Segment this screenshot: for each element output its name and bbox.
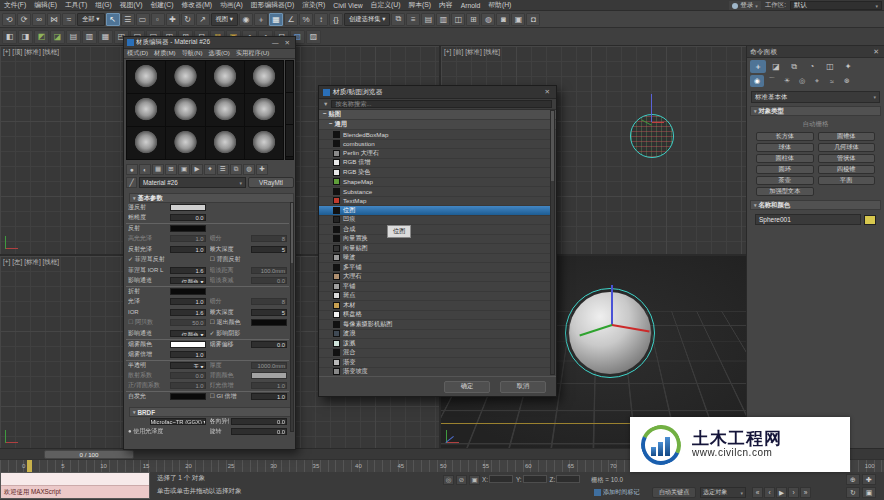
map-item[interactable]: 混合: [319, 349, 552, 359]
selection-lock-icon[interactable]: ⊘: [456, 475, 467, 485]
menu-item[interactable]: 脚本(S): [404, 0, 435, 10]
map-item[interactable]: 泼溅: [319, 339, 552, 349]
map-item[interactable]: 向量贴图: [319, 244, 552, 254]
reference-coordinate-dropdown[interactable]: 视图 ▾: [211, 13, 239, 26]
subtab-cameras[interactable]: ◎: [795, 75, 809, 87]
param-field[interactable]: [170, 393, 206, 400]
select-by-material-icon[interactable]: ☰: [217, 164, 229, 175]
tab-motion[interactable]: ◔: [804, 60, 820, 73]
pan-icon[interactable]: ✚: [862, 474, 876, 485]
select-object-icon[interactable]: ↖: [106, 13, 120, 26]
menu-item[interactable]: 帮助(H): [484, 0, 515, 10]
param-field[interactable]: 50.0: [170, 319, 206, 326]
redo-icon[interactable]: ⟳: [17, 13, 31, 26]
select-and-move-icon[interactable]: ✚: [166, 13, 180, 26]
maxscript-mini-listener[interactable]: 欢迎使用 MAXScript: [0, 472, 150, 499]
param-field[interactable]: 1.0: [170, 351, 206, 358]
object-name-field[interactable]: Sphere001: [755, 214, 861, 225]
rendered-frame-icon[interactable]: ▣: [511, 13, 525, 26]
param-field[interactable]: 0.0: [170, 214, 206, 221]
menu-item[interactable]: 渲染(R): [298, 0, 329, 10]
map-item[interactable]: 大理石: [319, 273, 552, 283]
browser-titlebar[interactable]: 材质/贴图浏览器 ✕: [319, 86, 556, 99]
param-field[interactable]: 1.0: [170, 235, 206, 242]
sphere-object-wireframe[interactable]: [630, 114, 674, 158]
close-icon[interactable]: ✕: [283, 39, 292, 47]
primitive-button[interactable]: 几何球体: [818, 143, 876, 152]
menu-item[interactable]: 动画(A): [216, 0, 247, 10]
sample-slot[interactable]: [166, 61, 204, 93]
extras-toolbar-icon[interactable]: ◧: [2, 30, 17, 44]
command-panel-titlebar[interactable]: 命令面板 ✕: [747, 46, 884, 58]
subtab-helpers[interactable]: ⌖: [810, 75, 824, 87]
primitive-button[interactable]: 圆柱体: [756, 154, 814, 163]
menu-item[interactable]: 创建(C): [147, 0, 178, 10]
subtab-lights[interactable]: ☀: [780, 75, 794, 87]
use-pivot-point-icon[interactable]: ◉: [239, 13, 253, 26]
subtab-systems[interactable]: ⊛: [840, 75, 854, 87]
subtab-spacewarps[interactable]: ≈: [825, 75, 839, 87]
close-icon[interactable]: ✕: [543, 88, 552, 96]
primitive-button[interactable]: 圆环: [756, 165, 814, 174]
param-field[interactable]: [170, 225, 206, 232]
isolate-selection-icon[interactable]: ◎: [443, 475, 454, 485]
param-field[interactable]: 仅颜色 ▾: [170, 330, 206, 337]
material-editor-titlebar[interactable]: 材质编辑器 - Material #26 — ✕: [124, 37, 295, 49]
align-icon[interactable]: ≡: [406, 13, 420, 26]
primitive-button[interactable]: 球体: [756, 143, 814, 152]
sample-slot[interactable]: [245, 61, 283, 93]
chevron-down-icon[interactable]: ▼: [323, 101, 328, 107]
param-field[interactable]: 1.0: [170, 246, 206, 253]
viewport-label[interactable]: [+] [顶] [标准] [线框]: [3, 48, 59, 57]
sample-slot[interactable]: [127, 127, 165, 159]
group-maps[interactable]: − 贴图: [319, 110, 556, 120]
extras-toolbar-icon[interactable]: ▥: [82, 30, 97, 44]
object-color-swatch[interactable]: [864, 215, 876, 225]
move-gizmo-x-axis[interactable]: [652, 122, 664, 123]
primitive-button[interactable]: 加强型文本: [756, 187, 814, 196]
material-type-button[interactable]: VRayMtl: [248, 177, 294, 188]
param-field[interactable]: [170, 288, 206, 295]
menu-item[interactable]: 自定义(U): [367, 0, 405, 10]
map-item[interactable]: 噪波: [319, 254, 552, 264]
menu-item[interactable]: 文件(F): [0, 0, 30, 10]
map-item[interactable]: Perlin 大理石: [319, 149, 552, 159]
map-item[interactable]: 向量置换: [319, 235, 552, 245]
mirror-icon[interactable]: ⧉: [391, 13, 405, 26]
go-to-end-icon[interactable]: »: [800, 487, 811, 498]
map-item[interactable]: 合成: [319, 225, 552, 235]
param-field[interactable]: 5: [251, 309, 287, 316]
param-field[interactable]: 1.0: [170, 382, 206, 389]
coordinate-field[interactable]: [556, 475, 580, 483]
snaps-toggle-icon[interactable]: ▦: [269, 13, 283, 26]
close-icon[interactable]: ✕: [871, 48, 881, 56]
extras-toolbar-icon[interactable]: ▤: [66, 30, 81, 44]
param-field[interactable]: [251, 372, 287, 379]
render-production-icon[interactable]: ◘: [526, 13, 540, 26]
autogrid-toggle[interactable]: 自动栅格: [747, 118, 884, 131]
map-item[interactable]: RGB 染色: [319, 168, 552, 178]
param-field[interactable]: 1.6: [170, 309, 206, 316]
tab-create[interactable]: ＋: [750, 60, 766, 73]
menu-item[interactable]: 图形编辑器(D): [247, 0, 298, 10]
param-field[interactable]: 100.0mm: [251, 267, 287, 274]
pick-material-icon[interactable]: ✚: [256, 164, 268, 175]
group-general[interactable]: − 通用: [319, 120, 556, 130]
login-button[interactable]: 登录▾: [729, 1, 761, 10]
rollout-name-and-color[interactable]: 名称和颜色: [750, 200, 881, 210]
options-icon[interactable]: ✦: [204, 164, 216, 175]
spinner-snap-icon[interactable]: ↕: [314, 13, 328, 26]
extras-toolbar-icon[interactable]: ◩: [34, 30, 49, 44]
pick-material-from-object-icon[interactable]: ╱: [126, 177, 137, 188]
named-selection-sets-field[interactable]: 创建选择集 ▾: [344, 13, 390, 26]
map-item[interactable]: 平铺: [319, 282, 552, 292]
cancel-button[interactable]: 取消: [500, 381, 546, 393]
selection-filter-dropdown[interactable]: 全部 ▾: [77, 13, 105, 26]
sample-slot[interactable]: [166, 127, 204, 159]
extras-toolbar-icon[interactable]: ▨: [306, 30, 321, 44]
map-item[interactable]: BlendedBoxMap: [319, 130, 552, 140]
search-input[interactable]: 按名称搜索...: [331, 100, 552, 108]
orbit-icon[interactable]: ↻: [846, 487, 860, 498]
extras-toolbar-icon[interactable]: ◪: [50, 30, 65, 44]
map-item[interactable]: 多平铺: [319, 263, 552, 273]
